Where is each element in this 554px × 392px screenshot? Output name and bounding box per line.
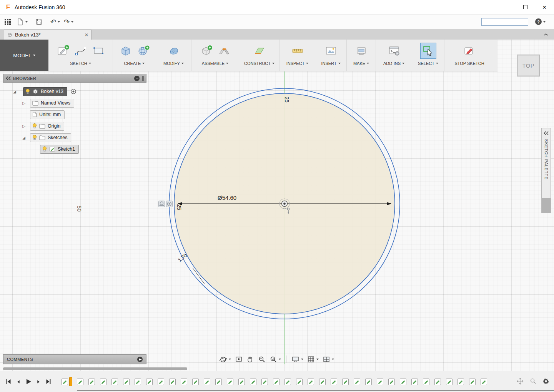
tree-item-origin[interactable]: Origin [30,122,64,131]
undo-button[interactable]: ↶ [50,18,60,25]
make-menu[interactable]: MAKE [353,61,369,66]
view-cube[interactable]: TOP [517,55,540,76]
select-tool-active[interactable] [420,43,436,59]
sketch-feature-icon[interactable] [377,379,383,385]
joint-icon[interactable] [218,44,231,57]
timeline-zoom-button[interactable] [530,378,536,385]
construction-plane-icon[interactable] [253,44,266,57]
collapse-all-icon[interactable] [134,76,140,81]
select-menu[interactable]: SELECT [418,61,438,66]
sketch-feature-icon[interactable] [227,379,233,385]
inspect-menu[interactable]: INSPECT [286,61,309,66]
tree-item-root[interactable]: Bokeh v13 [23,87,67,96]
sketch-feature-icon[interactable] [250,379,256,385]
sketch-feature-icon[interactable] [261,379,268,385]
visibility-bulb-icon[interactable] [32,123,37,129]
close-button[interactable]: ✕ [535,0,554,14]
sketch-feature-icon[interactable] [169,379,176,385]
sketch-feature-icon[interactable] [411,379,418,385]
search-input[interactable] [481,18,528,26]
assemble-menu[interactable]: ASSEMBLE [202,61,228,66]
tree-item-sketches[interactable]: Sketches [30,133,71,142]
sketch-feature-icon[interactable] [434,379,441,385]
expander-closed-icon[interactable]: ▷ [21,101,27,105]
panel-grip[interactable] [142,76,144,81]
form-primitive-icon[interactable] [137,44,150,57]
expander-closed-icon[interactable]: ▷ [21,124,27,128]
collapse-panel-icon[interactable] [6,76,11,80]
timeline-marker-handle[interactable] [69,377,72,386]
activate-component-radio[interactable] [70,88,77,95]
construct-menu[interactable]: CONSTRUCT [244,61,275,66]
tree-item-named-views[interactable]: Named Views [30,99,74,108]
tree-row-origin[interactable]: ▷ Origin [3,120,146,132]
sketch-feature-icon[interactable] [273,379,279,385]
timeline-pan-button[interactable] [517,378,524,386]
sketch-feature-icon[interactable] [192,379,199,385]
sketch-feature-icon[interactable] [308,379,314,385]
tree-row-units[interactable]: Units: mm [3,109,146,120]
sketch-feature-icon[interactable] [135,379,141,385]
redo-button[interactable]: ↷ [64,18,73,25]
pan-button[interactable] [246,355,255,364]
tree-row-root[interactable]: ◢ Bokeh v13 [3,86,146,97]
app-grid-menu-icon[interactable] [5,19,11,25]
sketch-feature-icon[interactable] [88,379,95,385]
go-to-end-button[interactable] [45,379,52,385]
sketch-feature-icon[interactable] [100,379,106,385]
sketch-feature-icon[interactable] [400,379,406,385]
make-3d-print-icon[interactable] [355,44,368,57]
scripts-addins-icon[interactable] [388,44,401,57]
sketch-feature-icon[interactable] [354,379,360,385]
sketch-feature-icon[interactable] [342,379,349,385]
minimize-button[interactable] [496,0,516,14]
dimension-label-left[interactable]: 25 [176,204,182,210]
sketch-feature-icon[interactable] [204,379,210,385]
orbit-button[interactable] [218,355,232,364]
tree-row-named-views[interactable]: ▷ Named Views [3,97,146,109]
tree-item-sketch1[interactable]: Sketch1 [40,145,79,154]
dimension-label-top[interactable]: 25 [284,96,290,103]
sketch-feature-icon[interactable] [331,379,337,385]
sketch-menu[interactable]: SKETCH [70,61,91,66]
spline-tool-icon[interactable] [74,44,87,57]
tangent-constraint-icon[interactable] [158,201,165,207]
concentric-constraint-icon[interactable] [166,201,173,207]
play-button[interactable] [25,378,32,385]
look-at-button[interactable] [234,355,243,364]
fit-button[interactable] [269,355,282,364]
horizontal-scrollbar[interactable] [3,367,187,370]
help-button[interactable]: ? [535,18,546,25]
sketch-feature-icon[interactable] [284,379,291,385]
browser-header[interactable]: BROWSER [3,74,146,83]
addins-menu[interactable]: ADD-INS [383,61,404,66]
diameter-dimension-label[interactable]: Ø54.60 [218,194,236,201]
dimension-label-far-left[interactable]: 50 [76,206,82,212]
sketch-feature-icon[interactable] [111,379,118,385]
expand-comments-icon[interactable] [137,357,143,362]
sketch-feature-icon[interactable] [469,379,476,385]
display-settings-button[interactable] [291,355,304,364]
maximize-button[interactable] [516,0,535,14]
sketch-feature-icon[interactable] [365,379,372,385]
sketch-feature-icon[interactable] [238,379,245,385]
sketch-feature-icon[interactable] [423,379,429,385]
timeline-scrollbar[interactable] [77,390,554,391]
go-to-start-button[interactable] [5,379,12,385]
timeline-settings-button[interactable] [542,378,549,386]
create-sketch-icon[interactable] [57,44,70,57]
viewports-button[interactable] [322,355,335,364]
save-button[interactable] [35,18,43,25]
expander-open-icon[interactable]: ◢ [12,90,18,94]
comments-panel[interactable]: COMMENTS [3,354,146,364]
press-pull-icon[interactable] [167,44,180,57]
sketch-feature-icon[interactable] [319,379,326,385]
tree-item-units[interactable]: Units: mm [30,110,65,119]
visibility-bulb-icon[interactable] [32,135,37,141]
sketch-feature-icon[interactable] [77,379,83,385]
tree-row-sketch1[interactable]: Sketch1 [3,143,146,155]
timeline-position-marker[interactable] [62,377,72,386]
sketch-feature-icon[interactable] [123,379,130,385]
insert-menu[interactable]: INSERT [321,61,340,66]
tree-row-sketches[interactable]: ◢ Sketches [3,132,146,143]
